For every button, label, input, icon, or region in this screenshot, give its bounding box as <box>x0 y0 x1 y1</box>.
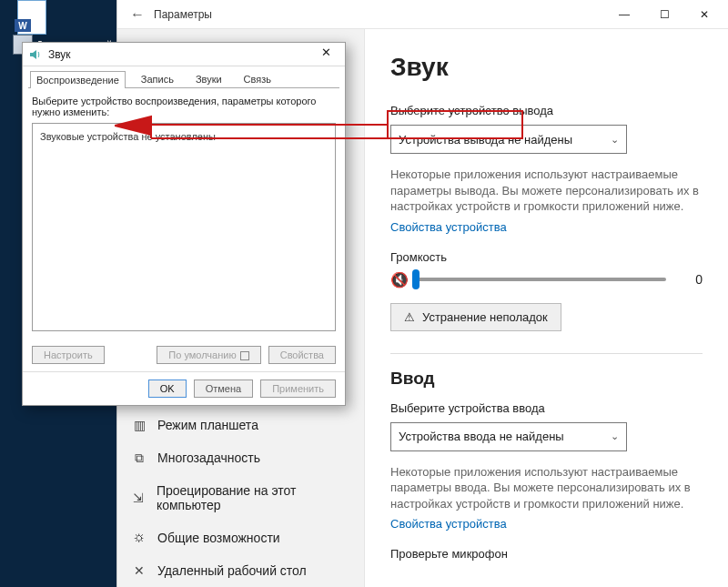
output-hint: Некоторые приложения используют настраив… <box>390 167 703 215</box>
maximize-button[interactable]: ☐ <box>644 1 684 28</box>
dialog-title: Звук <box>48 48 312 61</box>
input-hint: Некоторые приложения используют настраив… <box>390 464 703 512</box>
dropdown-arrow-icon <box>240 351 249 360</box>
settings-title: Параметры <box>154 8 604 21</box>
dialog-instruction: Выберите устройство воспроизведения, пар… <box>32 96 336 117</box>
output-device-dropdown[interactable]: Устройства вывода не найдены ⌄ <box>390 125 627 154</box>
output-device-value: Устройства вывода не найдены <box>399 133 572 147</box>
slider-thumb[interactable] <box>412 269 420 289</box>
tab-communications[interactable]: Связь <box>238 70 278 87</box>
project-icon: ⇲ <box>132 491 146 505</box>
sidebar-item-label: Режим планшета <box>157 418 258 432</box>
configure-button: Настроить <box>32 346 105 364</box>
mute-icon[interactable]: 🔇 <box>390 271 409 288</box>
close-button[interactable]: ✕ <box>684 1 724 28</box>
page-title: Звук <box>390 53 703 82</box>
shared-icon: ⛭ <box>132 531 147 545</box>
check-mic-label: Проверьте микрофон <box>390 547 703 561</box>
sidebar-item-label: Общие возможности <box>157 531 280 545</box>
input-device-properties-link[interactable]: Свойства устройства <box>390 517 703 531</box>
cancel-button[interactable]: Отмена <box>194 380 253 398</box>
dialog-close-button[interactable]: ✕ <box>312 46 339 64</box>
warning-icon: ⚠ <box>404 310 415 324</box>
sidebar-item-multitasking[interactable]: ⧉ Многозадачность <box>117 441 364 474</box>
playback-device-list[interactable]: Звуковые устройства не установлены <box>32 123 336 331</box>
input-heading: Ввод <box>390 369 703 389</box>
chevron-down-icon: ⌄ <box>611 430 619 442</box>
input-device-label: Выберите устройства ввода <box>390 401 703 415</box>
sidebar-item-label: Удаленный рабочий стол <box>157 563 307 578</box>
remote-icon: ✕ <box>132 563 147 578</box>
no-audio-devices-text: Звуковые устройства не установлены <box>40 131 328 142</box>
volume-slider[interactable] <box>416 278 666 281</box>
settings-content: Звук Выберите устройство вывода Устройст… <box>365 29 728 587</box>
dialog-titlebar: Звук ✕ <box>23 43 345 66</box>
troubleshoot-label: Устранение неполадок <box>422 310 548 324</box>
input-device-dropdown[interactable]: Устройства ввода не найдены ⌄ <box>390 422 627 451</box>
speaker-icon <box>28 47 43 62</box>
set-default-button: По умолчанию <box>157 346 260 364</box>
ok-button[interactable]: OK <box>148 380 187 398</box>
input-device-value: Устройства ввода не найдены <box>399 430 564 443</box>
divider <box>390 353 703 354</box>
output-device-label: Выберите устройство вывода <box>390 104 703 117</box>
sidebar-item-tablet-mode[interactable]: ▥ Режим планшета <box>117 409 364 441</box>
sidebar-item-label: Многозадачность <box>157 450 260 465</box>
volume-label: Громкость <box>390 250 703 264</box>
output-device-properties-link[interactable]: Свойства устройства <box>390 220 703 234</box>
word-document-icon[interactable] <box>13 0 51 36</box>
back-button[interactable]: ← <box>121 6 154 23</box>
sound-control-panel-dialog: Звук ✕ Воспроизведение Запись Звуки Связ… <box>22 42 346 406</box>
sidebar-item-projecting[interactable]: ⇲ Проецирование на этот компьютер <box>117 474 364 521</box>
properties-button: Свойства <box>268 346 336 364</box>
tab-sounds[interactable]: Звуки <box>189 70 228 87</box>
apply-button: Применить <box>260 380 336 398</box>
dialog-tabs: Воспроизведение Запись Звуки Связь <box>23 66 345 87</box>
chevron-down-icon: ⌄ <box>611 134 619 146</box>
settings-titlebar: ← Параметры — ☐ ✕ <box>117 0 728 29</box>
volume-value: 0 <box>686 272 703 287</box>
sidebar-item-shared-experiences[interactable]: ⛭ Общие возможности <box>117 521 364 554</box>
minimize-button[interactable]: — <box>604 1 644 28</box>
multitask-icon: ⧉ <box>132 450 147 465</box>
tab-recording[interactable]: Запись <box>135 70 180 87</box>
tablet-icon: ▥ <box>132 418 147 432</box>
tab-playback[interactable]: Воспроизведение <box>30 71 126 88</box>
sidebar-item-remote-desktop[interactable]: ✕ Удаленный рабочий стол <box>117 554 364 587</box>
troubleshoot-button[interactable]: ⚠ Устранение неполадок <box>390 303 561 331</box>
sidebar-item-label: Проецирование на этот компьютер <box>157 483 349 512</box>
